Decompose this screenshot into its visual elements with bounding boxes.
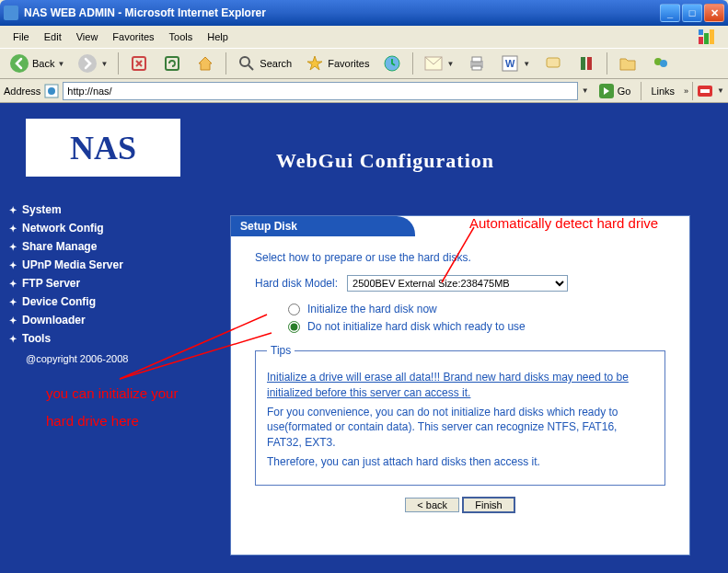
go-arrow-icon [599, 84, 614, 98]
svg-point-21 [660, 60, 667, 67]
annotation-initialize-line2: hard drive here [46, 413, 139, 429]
svg-point-8 [240, 57, 249, 66]
folder-icon [618, 53, 638, 74]
search-button[interactable]: Search [231, 50, 297, 77]
back-button[interactable]: Back ▼ [4, 50, 70, 77]
address-input[interactable] [63, 82, 577, 100]
messenger-button[interactable] [645, 50, 676, 77]
sidebar-item-device[interactable]: ✦Device Config [9, 292, 175, 311]
discuss-icon [543, 53, 563, 74]
separator [412, 52, 413, 74]
menu-help[interactable]: Help [200, 29, 236, 44]
address-bar: Address ▼ Go Links » ▼ [0, 79, 728, 103]
back-button[interactable]: < back [405, 498, 459, 512]
initialize-now-label: Initialize the hard disk now [307, 303, 437, 315]
app-icon [4, 6, 18, 20]
finish-button[interactable]: Finish [462, 497, 514, 513]
stop-icon [129, 53, 149, 74]
menu-bar: File Edit View Favorites Tools Help [0, 26, 728, 48]
mail-button[interactable]: ▼ [418, 50, 459, 77]
sidebar-item-downloader[interactable]: ✦Downloader [9, 311, 175, 329]
blocker-icon[interactable] [697, 83, 713, 99]
separator [607, 52, 607, 74]
home-button[interactable] [190, 50, 221, 77]
initialize-now-radio[interactable] [288, 304, 300, 315]
refresh-icon [162, 53, 182, 74]
dropdown-caret-icon[interactable]: ▼ [717, 86, 724, 95]
favorites-label: Favorites [328, 58, 369, 69]
nas-logo: NAS [70, 129, 136, 167]
plus-icon: ✦ [9, 297, 17, 307]
separator [641, 82, 641, 100]
svg-line-9 [248, 65, 253, 70]
menu-favorites[interactable]: Favorites [105, 29, 161, 44]
model-label: Hard disk Model: [255, 277, 338, 290]
page-title: WebGui Configuration [276, 149, 494, 173]
plus-icon: ✦ [9, 315, 17, 326]
page-icon [44, 84, 59, 98]
plus-icon: ✦ [9, 279, 17, 289]
panel-body: Select how to prepare or use the hard di… [231, 236, 689, 522]
go-button[interactable]: Go [593, 81, 638, 101]
sidebar-item-system[interactable]: ✦System [9, 201, 175, 219]
menu-edit[interactable]: Edit [37, 29, 69, 44]
history-button[interactable] [376, 50, 408, 77]
word-edit-icon: W [500, 53, 520, 74]
menu-view[interactable]: View [69, 29, 106, 44]
do-not-initialize-radio[interactable] [288, 321, 300, 333]
favorites-button[interactable]: Favorites [299, 50, 375, 77]
window-title: NAS WEB ADMIN - Microsoft Internet Explo… [24, 6, 660, 19]
print-button[interactable] [461, 50, 492, 77]
address-dropdown-icon[interactable]: ▼ [582, 86, 589, 95]
svg-point-23 [48, 87, 55, 95]
svg-rect-17 [547, 58, 560, 67]
svg-rect-14 [472, 66, 481, 70]
plus-icon: ✦ [9, 205, 17, 215]
svg-rect-0 [699, 37, 703, 44]
sidebar-item-network[interactable]: ✦Network Config [9, 219, 175, 237]
svg-rect-2 [710, 29, 714, 44]
tips-attach-text: Therefore, you can just attach hard disk… [267, 454, 653, 470]
window-minimize-button[interactable]: _ [660, 4, 680, 22]
setup-disk-panel: Setup Disk Select how to prepare or use … [230, 215, 690, 556]
sidebar-item-ftp[interactable]: ✦FTP Server [9, 274, 175, 292]
favorites-star-icon [305, 53, 325, 74]
back-label: Back [32, 58, 54, 69]
nas-logo-box: NAS [26, 119, 180, 177]
plus-icon: ✦ [9, 223, 17, 234]
messenger-icon [651, 53, 671, 74]
panel-intro-text: Select how to prepare or use the hard di… [255, 251, 665, 264]
folder-button[interactable] [612, 50, 643, 77]
dropdown-caret-icon: ▼ [100, 60, 108, 68]
ie-throbber-icon [693, 28, 722, 46]
forward-button[interactable]: ▼ [72, 50, 113, 77]
window-maximize-button[interactable]: □ [682, 4, 702, 22]
research-icon [576, 53, 596, 74]
separator [118, 52, 119, 74]
dropdown-caret-icon: ▼ [523, 60, 530, 68]
stop-button[interactable] [123, 50, 155, 77]
refresh-button[interactable] [156, 50, 188, 77]
sidebar-item-upnp[interactable]: ✦UPnP Media Server [9, 256, 175, 274]
menu-file[interactable]: File [6, 29, 37, 44]
mail-icon [423, 53, 444, 74]
go-label: Go [618, 86, 631, 97]
research-button[interactable] [571, 50, 602, 77]
dropdown-caret-icon: ▼ [446, 60, 454, 68]
sidebar-item-tools[interactable]: ✦Tools [9, 329, 175, 348]
hard-disk-model-select[interactable]: 2500BEV External Size:238475MB [347, 275, 568, 292]
links-label[interactable]: Links [645, 86, 680, 97]
menu-tools[interactable]: Tools [162, 29, 201, 44]
edit-button[interactable]: W▼ [494, 50, 536, 77]
tips-legend: Tips [267, 344, 295, 357]
discuss-button[interactable] [537, 50, 569, 77]
sidebar-item-share[interactable]: ✦Share Manage [9, 237, 175, 256]
links-expand-icon[interactable]: » [684, 86, 688, 96]
svg-point-5 [78, 54, 97, 73]
address-label: Address [4, 86, 40, 97]
sidebar: ✦System ✦Network Config ✦Share Manage ✦U… [9, 201, 175, 364]
annotation-initialize-line1: you can initialize your [46, 385, 178, 401]
home-icon [195, 53, 215, 74]
window-close-button[interactable]: ✕ [704, 4, 724, 22]
panel-header: Setup Disk [231, 216, 415, 236]
